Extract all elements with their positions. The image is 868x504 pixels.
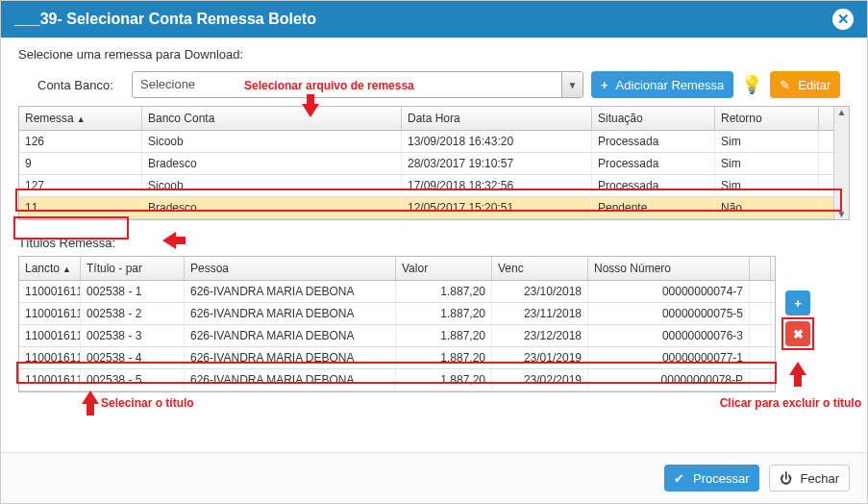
cell: Processada (592, 131, 715, 152)
cell: 1.887,20 (396, 347, 492, 368)
table-row[interactable]: 110001611002538 - 4626-IVANDRA MARIA DEB… (19, 347, 775, 369)
annotation-text-1: Selecionar arquivo de remessa (244, 79, 414, 92)
cell: 11 (19, 197, 142, 218)
cell: 17/09/2018 18:32:56 (402, 175, 592, 196)
table-row[interactable]: 110001611002538 - 5626-IVANDRA MARIA DEB… (19, 369, 775, 391)
add-titulo-button[interactable]: + (785, 290, 810, 315)
chevron-down-icon: ▼ (561, 72, 583, 97)
plus-icon (601, 78, 611, 92)
table-row[interactable]: 9Bradesco28/03/2017 19:10:57ProcessadaSi… (19, 153, 833, 175)
annotation-arrow-up-icon (789, 362, 806, 375)
col-retorno[interactable]: Retorno (715, 107, 819, 130)
pencil-icon (780, 78, 793, 92)
table-row[interactable]: 110001611002538 - 3626-IVANDRA MARIA DEB… (19, 325, 775, 347)
cell: 23/11/2018 (492, 303, 588, 324)
titulos-title-wrap: Títulos Remessa: (18, 220, 115, 256)
table-row[interactable]: 127Sicoob17/09/2018 18:32:56ProcessadaSi… (19, 175, 833, 197)
cell: 13/09/2018 16:43:20 (402, 131, 592, 152)
sort-asc-icon: ▲ (77, 114, 86, 124)
cell: 9 (19, 153, 142, 174)
col-datahora[interactable]: Data Hora (402, 107, 592, 130)
modal-window: ___39- Selecionar Conta Remessa Boleto ✕… (0, 0, 868, 504)
col-nosso-numero[interactable]: Nosso Número (588, 257, 750, 280)
cell: Sim (715, 131, 819, 152)
modal-body: Selecione uma remessa para Download: Con… (1, 38, 867, 452)
cell: Processada (592, 153, 715, 174)
scrollbar[interactable]: ▲▼ (833, 107, 849, 219)
annotation-arrow-up-icon (82, 391, 99, 404)
annotation-text-3: Clicar para excluir o título (720, 396, 861, 410)
table-row[interactable]: 126Sicoob13/09/2018 16:43:20ProcessadaSi… (19, 131, 833, 153)
cell: 110001611 (19, 303, 81, 324)
cell: 00000000075-5 (588, 303, 750, 324)
titulos-section-title: Títulos Remessa: (18, 236, 115, 250)
account-select-row: Conta Banco: Selecione ▼ Adicionar Remes… (18, 71, 850, 98)
cell: Sim (715, 153, 819, 174)
cell: 126 (19, 131, 142, 152)
cell: Sim (715, 175, 819, 196)
col-situacao[interactable]: Situação (592, 107, 715, 130)
col-lancto[interactable]: Lancto▲ (19, 257, 81, 280)
annotation-arrow-left-icon (162, 232, 176, 249)
close-button[interactable]: Fechar (769, 465, 850, 491)
cell: 002538 - 3 (81, 325, 185, 346)
cell: 110001611 (19, 281, 81, 302)
cell: 110001611 (19, 325, 81, 346)
titulos-row: Lancto▲ Título - par Pessoa Valor Venc N… (18, 256, 850, 392)
col-banco[interactable]: Banco Conta (142, 107, 402, 130)
cell: 23/01/2019 (492, 347, 588, 368)
cell: 002538 - 4 (81, 347, 185, 368)
instruction-text: Selecione uma remessa para Download: (18, 47, 850, 62)
cell: Sicoob (142, 175, 402, 196)
cell: 1.887,20 (396, 369, 492, 391)
cell: 626-IVANDRA MARIA DEBONA (185, 369, 396, 391)
modal-header: ___39- Selecionar Conta Remessa Boleto ✕ (1, 1, 867, 38)
cell: Sicoob (142, 131, 402, 152)
account-label: Conta Banco: (37, 78, 124, 92)
cell: 127 (19, 175, 142, 196)
cell: 002538 - 5 (81, 369, 185, 391)
hint-icon[interactable]: 💡 (741, 74, 762, 95)
col-titulo-par[interactable]: Título - par (81, 257, 185, 280)
table-row[interactable]: 11Bradesco12/05/2017 15:20:51PendenteNão (19, 197, 833, 219)
titulos-grid: Lancto▲ Título - par Pessoa Valor Venc N… (18, 256, 776, 392)
cell: 1.887,20 (396, 303, 492, 324)
col-valor[interactable]: Valor (396, 257, 492, 280)
power-icon (780, 471, 796, 486)
cell: 1.887,20 (396, 281, 492, 302)
col-remessa[interactable]: Remessa▲ (19, 107, 142, 130)
remessa-grid: Remessa▲ Banco Conta Data Hora Situação … (18, 106, 850, 220)
annotation-arrow-down-icon (302, 104, 319, 117)
remessa-grid-header: Remessa▲ Banco Conta Data Hora Situação … (19, 107, 833, 131)
modal-footer: Processar Fechar (1, 452, 867, 503)
add-remessa-button[interactable]: Adicionar Remessa (591, 71, 733, 98)
col-pessoa[interactable]: Pessoa (185, 257, 396, 280)
cell: 00000000078-P (588, 369, 750, 391)
cell: 1.887,20 (396, 325, 492, 346)
cell: 110001611 (19, 369, 81, 391)
cell: Pendente (592, 197, 715, 218)
cell: 626-IVANDRA MARIA DEBONA (185, 281, 396, 302)
cell: 12/05/2017 15:20:51 (402, 197, 592, 218)
cell: Bradesco (142, 153, 402, 174)
cell: 00000000077-1 (588, 347, 750, 368)
process-button[interactable]: Processar (664, 465, 759, 491)
edit-button[interactable]: Editar (770, 71, 840, 98)
annotation-text-2: Selecinar o título (101, 396, 194, 410)
col-venc[interactable]: Venc (492, 257, 588, 280)
remessa-grid-body: 126Sicoob13/09/2018 16:43:20ProcessadaSi… (19, 131, 833, 219)
cell: 626-IVANDRA MARIA DEBONA (185, 325, 396, 346)
sort-asc-icon: ▲ (62, 265, 71, 274)
cell: 002538 - 1 (81, 281, 185, 302)
delete-titulo-button[interactable]: ✖ (785, 321, 810, 346)
table-row[interactable]: 110001611002538 - 2626-IVANDRA MARIA DEB… (19, 303, 775, 325)
titulos-grid-body: 110001611002538 - 1626-IVANDRA MARIA DEB… (19, 281, 775, 391)
titulos-grid-header: Lancto▲ Título - par Pessoa Valor Venc N… (19, 257, 775, 281)
col-spacer (750, 257, 771, 280)
cell: 28/03/2017 19:10:57 (402, 153, 592, 174)
cell: Não (715, 197, 819, 218)
table-row[interactable]: 110001611002538 - 1626-IVANDRA MARIA DEB… (19, 281, 775, 303)
cell: Bradesco (142, 197, 402, 218)
close-icon[interactable]: ✕ (832, 9, 854, 30)
cell: 626-IVANDRA MARIA DEBONA (185, 303, 396, 324)
